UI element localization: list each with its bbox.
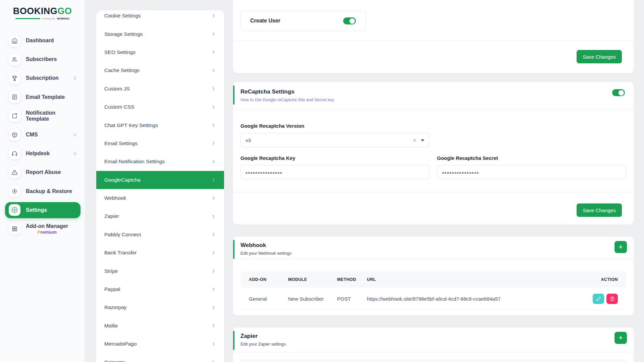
- recaptcha-version-select[interactable]: v3 ×: [240, 133, 429, 147]
- cell-url: https://webhook.site/8798e5bf-a6cd-4cd7-…: [367, 296, 580, 302]
- sidebar-item-label: Email Template: [26, 94, 65, 100]
- settings-menu-item-label: Custom JS: [104, 86, 130, 92]
- settings-menu-item[interactable]: SEO Settings: [96, 43, 224, 61]
- sidebar-item-notification-template[interactable]: Notification Template: [5, 107, 80, 125]
- sidebar-item-email-template[interactable]: Email Template: [5, 88, 80, 107]
- settings-menu-item[interactable]: Email Notification Settings: [96, 153, 224, 171]
- chevron-right-icon: [211, 305, 216, 310]
- settings-menu-item-label: Chat GPT Key Settings: [104, 122, 158, 128]
- settings-menu-item[interactable]: Cache Settings: [96, 61, 224, 79]
- sidebar-item-label: Subscription: [26, 75, 59, 81]
- settings-menu-item-label: Cache Settings: [104, 67, 140, 73]
- settings-menu-item[interactable]: Stripe: [96, 262, 224, 280]
- sidebar-nav: Dashboard Subscribers Subscription Email…: [0, 31, 85, 238]
- settings-menu-item-label: Cookie Settings: [104, 13, 141, 19]
- recaptcha-toggle[interactable]: [612, 89, 625, 96]
- add-zapier-button[interactable]: +: [614, 332, 627, 344]
- settings-menu-item[interactable]: Razorpay: [96, 298, 224, 316]
- cell-addon: General: [249, 296, 288, 302]
- settings-menu-item[interactable]: Custom CSS: [96, 98, 224, 116]
- create-user-toggle[interactable]: [343, 17, 356, 24]
- users-icon: [9, 54, 20, 65]
- chevron-right-icon: [73, 133, 77, 137]
- sidebar-item-subscription[interactable]: Subscription: [5, 69, 80, 87]
- settings-menu-item-label: Bank Transfer: [104, 250, 137, 256]
- settings-menu-item[interactable]: Storage Settings: [96, 25, 224, 43]
- settings-menu-item-label: Razorpay: [104, 304, 126, 310]
- webhook-table-header: ADD-ON MODULE METHOD URL ACTION: [240, 272, 626, 288]
- chevron-right-icon: [211, 196, 216, 201]
- recaptcha-help-link[interactable]: How to Get Google reCaptcha Site and Sec…: [240, 98, 334, 102]
- zapier-title: Zapier: [240, 333, 258, 340]
- create-user-box: Create User: [240, 11, 366, 31]
- recaptcha-key-value: ***************: [246, 168, 282, 176]
- chevron-right-icon: [73, 76, 77, 80]
- settings-menu-item[interactable]: Email Settings: [96, 134, 224, 153]
- recaptcha-title: ReCaptcha Settings: [240, 88, 294, 95]
- sidebar-item-settings[interactable]: Settings: [5, 202, 80, 218]
- card-divider: [233, 192, 634, 192]
- brand-name: BOOKINGGO: [0, 6, 85, 16]
- sidebar-item-subscribers[interactable]: Subscribers: [5, 50, 80, 69]
- chevron-right-icon: [211, 268, 216, 274]
- settings-menu-item[interactable]: Chat GPT Key Settings: [96, 116, 224, 134]
- settings-menu-item-label: SEO Settings: [104, 49, 136, 55]
- sidebar-item-addon-manager[interactable]: Add-on Manager Premium: [5, 220, 80, 238]
- delete-button[interactable]: [606, 294, 618, 304]
- brand-logo[interactable]: BOOKINGGO Powered By WORKDO: [0, 6, 85, 20]
- save-changes-button[interactable]: Save Changes: [577, 203, 622, 217]
- settings-menu-item[interactable]: Mollie: [96, 317, 224, 335]
- sidebar-item-helpdesk[interactable]: Helpdesk: [5, 144, 80, 163]
- sidebar-item-label: Dashboard: [26, 38, 54, 44]
- trophy-icon: [9, 72, 20, 84]
- grid-icon: [9, 223, 20, 235]
- settings-menu-item-label: Email Notification Settings: [104, 159, 165, 165]
- chevron-right-icon: [211, 360, 216, 362]
- chevron-right-icon: [211, 232, 216, 237]
- cell-module: New Subscriber: [288, 296, 337, 302]
- gear-icon: [9, 204, 20, 216]
- sidebar-item-report-abuse[interactable]: Report Abuse: [5, 163, 80, 182]
- trash-icon: [610, 296, 615, 301]
- cell-method: POST: [337, 296, 367, 302]
- notification-doc-icon: [9, 110, 20, 122]
- settings-menu-item[interactable]: MercadoPago: [96, 335, 224, 353]
- column-header: URL: [367, 277, 580, 282]
- sidebar-item-label: CMS: [26, 132, 38, 138]
- webhook-table: ADD-ON MODULE METHOD URL ACTION General …: [240, 272, 626, 310]
- recaptcha-secret-value: ***************: [442, 168, 479, 176]
- table-row: General New Subscriber POST https://webh…: [240, 288, 626, 310]
- chevron-right-icon: [211, 50, 216, 55]
- settings-menu-item[interactable]: Paypal: [96, 280, 224, 298]
- settings-menu-item[interactable]: Zapier: [96, 207, 224, 225]
- save-changes-button[interactable]: Save Changes: [577, 50, 622, 63]
- document-icon: [9, 91, 20, 103]
- settings-menu-item[interactable]: Cookie Settings: [96, 10, 224, 25]
- edit-button[interactable]: [593, 294, 604, 304]
- settings-menu-item[interactable]: Webhook: [96, 189, 224, 207]
- sidebar-item-cms[interactable]: CMS: [5, 125, 80, 144]
- chevron-right-icon: [211, 214, 216, 219]
- section-accent-bar: [233, 331, 234, 350]
- settings-menu-item[interactable]: Bank Transfer: [96, 244, 224, 262]
- recaptcha-key-input[interactable]: ***************: [240, 165, 429, 179]
- workdo-logo: WORKDO: [57, 17, 69, 20]
- settings-menu-item-label: Webhook: [104, 195, 126, 201]
- brand-name-accent: GO: [57, 6, 72, 16]
- recaptcha-key-label: Google Recaptcha Key: [240, 155, 295, 161]
- sidebar-item-label: Subscribers: [26, 56, 57, 62]
- sidebar-item-dashboard[interactable]: Dashboard: [5, 31, 80, 50]
- add-webhook-button[interactable]: +: [614, 241, 627, 253]
- card-divider: [233, 259, 634, 259]
- settings-menu-item[interactable]: GoogleCaptcha: [96, 171, 224, 189]
- chevron-down-icon[interactable]: [421, 139, 424, 141]
- sidebar-item-backup-restore[interactable]: Backup & Restore: [5, 182, 80, 201]
- clear-selection-icon[interactable]: ×: [413, 137, 416, 143]
- settings-menu-item[interactable]: Pabbly Connect: [96, 226, 224, 244]
- column-header: ACTION: [580, 277, 618, 282]
- settings-menu-item[interactable]: Custom JS: [96, 80, 224, 98]
- warning-triangle-icon: [9, 167, 20, 178]
- settings-menu-item[interactable]: Coingate: [96, 353, 224, 362]
- recaptcha-secret-input[interactable]: ***************: [437, 165, 626, 179]
- brand-underline: [15, 18, 40, 19]
